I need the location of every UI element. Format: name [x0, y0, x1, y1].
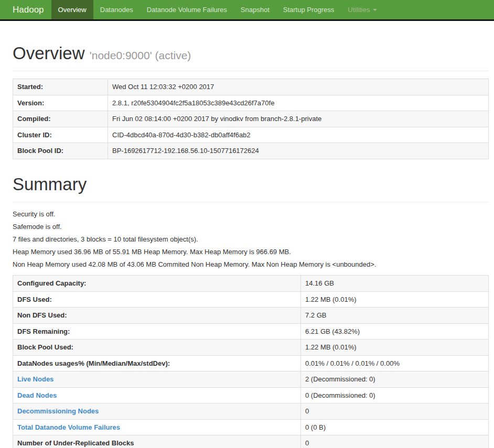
info-row-label: Cluster ID: [13, 127, 108, 143]
table-row: Started: Wed Oct 11 12:03:32 +0200 2017 [13, 79, 489, 95]
summary-row-value: 0 (0 B) [301, 419, 489, 435]
summary-row-label: Number of Under-Replicated Blocks [13, 435, 301, 448]
info-row-label: Compiled: [13, 111, 108, 127]
page-subtitle: 'node0:9000' (active) [90, 49, 191, 61]
summary-row-value: 1.22 MB (0.01%) [301, 340, 489, 356]
summary-title: Summary [13, 175, 489, 194]
nav-item-label: Datanodes [100, 0, 133, 19]
summary-row-label: Block Pool Used: [13, 340, 301, 356]
divider [13, 202, 489, 202]
summary-row-value: 0 (Decommissioned: 0) [301, 387, 489, 403]
summary-row-link[interactable]: Dead Nodes [13, 387, 301, 403]
nav-item-snapshot[interactable]: Snapshot [234, 0, 276, 19]
table-row: Configured Capacity: 14.16 GB [13, 276, 489, 292]
nav-item-label: Utilities [348, 0, 370, 19]
table-row: Decommissioning Nodes 0 [13, 403, 489, 420]
page-title-text: Overview [13, 43, 85, 63]
caret-down-icon [373, 9, 377, 11]
info-row-label: Block Pool ID: [13, 143, 108, 159]
summary-row-value: 0 [301, 403, 489, 420]
table-row: Number of Under-Replicated Blocks 0 [13, 435, 489, 448]
main-content: Overview 'node0:9000' (active) Started: … [0, 44, 494, 448]
nav-item-utilities[interactable]: Utilities [341, 0, 384, 19]
table-row: Compiled: Fri Jun 02 08:14:00 +0200 2017… [13, 111, 489, 127]
summary-paragraphs: Security is off.Safemode is off.7 files … [13, 211, 489, 268]
summary-paragraph: Non Heap Memory used 42.08 MB of 43.06 M… [13, 261, 489, 268]
summary-row-value: 0.01% / 0.01% / 0.01% / 0.00% [301, 355, 489, 371]
summary-row-value: 7.2 GB [301, 308, 489, 324]
nav-item-label: Snapshot [241, 0, 270, 19]
table-row: Non DFS Used: 7.2 GB [13, 308, 489, 324]
nav-item-startup-progress[interactable]: Startup Progress [276, 0, 341, 19]
table-row: Cluster ID: CID-4dbcd40a-870d-4d30-b382-… [13, 127, 489, 143]
info-row-value: Wed Oct 11 12:03:32 +0200 2017 [108, 79, 489, 95]
summary-row-label: Configured Capacity: [13, 276, 301, 292]
divider [13, 71, 489, 71]
summary-row-link[interactable]: Total Datanode Volume Failures [13, 419, 301, 435]
nav-item-label: Overview [58, 0, 87, 19]
brand-hadoop[interactable]: Hadoop [0, 0, 51, 19]
table-row: DataNodes usages% (Min/Median/Max/stdDev… [13, 355, 489, 371]
table-row: Live Nodes 2 (Decommissioned: 0) [13, 371, 489, 388]
summary-paragraph: 7 files and directories, 3 blocks = 10 t… [13, 236, 489, 243]
summary-row-link[interactable]: Live Nodes [13, 371, 301, 388]
summary-row-value: 6.21 GB (43.82%) [301, 323, 489, 340]
summary-paragraph: Heap Memory used 36.96 MB of 55.91 MB He… [13, 248, 489, 256]
table-row: Dead Nodes 0 (Decommissioned: 0) [13, 387, 489, 403]
cluster-info-table: Started: Wed Oct 11 12:03:32 +0200 2017 … [13, 79, 489, 159]
table-row: Block Pool ID: BP-1692617712-192.168.56.… [13, 143, 489, 159]
summary-paragraph: Safemode is off. [13, 223, 489, 231]
nav-item-datanode-volume-failures[interactable]: Datanode Volume Failures [140, 0, 234, 19]
summary-row-label: Non DFS Used: [13, 308, 301, 324]
nav-item-label: Startup Progress [283, 0, 335, 19]
nav-item-datanodes[interactable]: Datanodes [93, 0, 140, 19]
summary-row-link[interactable]: Decommissioning Nodes [13, 403, 301, 420]
table-row: DFS Remaining: 6.21 GB (43.82%) [13, 323, 489, 340]
table-row: Total Datanode Volume Failures 0 (0 B) [13, 419, 489, 435]
nav-item-label: Datanode Volume Failures [147, 0, 227, 19]
summary-row-value: 1.22 MB (0.01%) [301, 291, 489, 308]
summary-row-value: 0 [301, 435, 489, 448]
info-row-label: Version: [13, 95, 108, 111]
info-row-value: Fri Jun 02 08:14:00 +0200 2017 by vinodk… [108, 111, 489, 127]
page-title: Overview 'node0:9000' (active) [13, 44, 489, 63]
table-row: DFS Used: 1.22 MB (0.01%) [13, 291, 489, 308]
navbar: Hadoop Overview Datanodes Datanode Volum… [0, 0, 494, 21]
summary-row-value: 14.16 GB [301, 276, 489, 292]
info-row-value: 2.8.1, r20fe5304904fc2f5a18053c389e43cd2… [108, 95, 489, 111]
info-row-value: BP-1692617712-192.168.56.10-150771617262… [108, 143, 489, 159]
table-row: Version: 2.8.1, r20fe5304904fc2f5a18053c… [13, 95, 489, 111]
summary-row-value: 2 (Decommissioned: 0) [301, 371, 489, 388]
summary-row-label: DataNodes usages% (Min/Median/Max/stdDev… [13, 355, 301, 371]
summary-paragraph: Security is off. [13, 211, 489, 218]
nav-menu: Overview Datanodes Datanode Volume Failu… [51, 0, 384, 19]
table-row: Block Pool Used: 1.22 MB (0.01%) [13, 340, 489, 356]
info-row-label: Started: [13, 79, 108, 95]
summary-table: Configured Capacity: 14.16 GB DFS Used: … [13, 275, 489, 448]
summary-row-label: DFS Used: [13, 291, 301, 308]
info-row-value: CID-4dbcd40a-870d-4d30-b382-db0aff4f6ab2 [108, 127, 489, 143]
summary-row-label: DFS Remaining: [13, 323, 301, 340]
nav-item-overview[interactable]: Overview [51, 0, 93, 19]
